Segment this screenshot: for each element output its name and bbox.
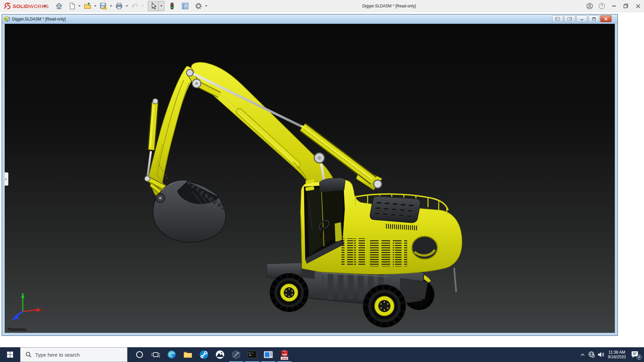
- triad-x-label: X: [43, 308, 45, 312]
- restore-button[interactable]: [620, 0, 632, 12]
- taskbar-cortana-button[interactable]: [131, 347, 148, 362]
- document-titlebar[interactable]: Digger.SLDASM * [Read-only]: [2, 14, 618, 24]
- tray-overflow-chevron[interactable]: [578, 347, 587, 362]
- taskbar-edge-button[interactable]: [164, 347, 180, 362]
- orientation-triad: Y X: [9, 291, 46, 324]
- doc-minimize-button[interactable]: [576, 15, 587, 22]
- pane-left-icon: [555, 17, 560, 20]
- print-dropdown[interactable]: [126, 5, 128, 7]
- bucket-assembly[interactable]: [145, 176, 226, 242]
- tray-network-button[interactable]: [587, 347, 596, 362]
- clock-time: 11:38 AM: [608, 350, 626, 355]
- wrench-circle-icon: [199, 350, 209, 359]
- taskbar-search[interactable]: [20, 347, 127, 362]
- save-icon: [99, 2, 107, 10]
- windows-taskbar: C:\ SW 2020: [0, 347, 644, 362]
- tray-volume-button[interactable]: [596, 347, 606, 362]
- edge-icon: [167, 350, 176, 359]
- new-document-dropdown[interactable]: [78, 5, 80, 7]
- taskbar-task-view-button[interactable]: [148, 347, 164, 362]
- tray-notifications-button[interactable]: 2: [628, 347, 643, 362]
- pane-right-icon: [568, 17, 572, 20]
- open-dropdown[interactable]: [94, 5, 96, 7]
- assembly-document-icon: [4, 16, 10, 22]
- solidworks-logo: SOLIDWORKS: [3, 0, 49, 12]
- search-input[interactable]: [35, 352, 119, 358]
- upper-body[interactable]: [301, 178, 462, 274]
- account-button[interactable]: [584, 0, 596, 12]
- select-tool-button[interactable]: [148, 1, 159, 11]
- traffic-light-icon: [168, 2, 176, 10]
- document-title: Digger.SLDASM * [Read-only]: [12, 17, 66, 21]
- taskbar-file-explorer-button[interactable]: [180, 347, 196, 362]
- front-left-wheel[interactable]: [270, 273, 309, 312]
- undo-dropdown[interactable]: [142, 5, 144, 7]
- front-right-wheel[interactable]: [363, 285, 406, 327]
- doc-restore-button[interactable]: [588, 15, 599, 22]
- home-button[interactable]: [54, 1, 64, 11]
- canvas-frame: Y X *Dimetric: [2, 24, 618, 336]
- print-icon: [115, 2, 123, 10]
- notification-badge: 2: [637, 355, 642, 360]
- doc-close-icon: [604, 17, 608, 21]
- select-tool-dropdown[interactable]: [158, 1, 164, 11]
- new-document-icon: [68, 2, 76, 10]
- restore-icon: [624, 4, 628, 8]
- undo-icon: [131, 2, 139, 10]
- close-button[interactable]: [632, 0, 644, 12]
- search-icon: [25, 351, 32, 358]
- document-window: Digger.SLDASM * [Read-only]: [2, 14, 618, 336]
- task-view-icon: [151, 351, 160, 359]
- minimize-button[interactable]: [608, 0, 620, 12]
- dassault-systemes-logo-icon: [3, 2, 11, 10]
- taskbar-photos-app-button[interactable]: [212, 347, 228, 362]
- options-dropdown[interactable]: [205, 5, 207, 7]
- doc-close-button[interactable]: [600, 15, 611, 22]
- cursor-icon: [149, 2, 157, 10]
- mountain-circle-icon: [215, 350, 225, 359]
- status-light-button[interactable]: [167, 1, 177, 11]
- form-list-icon: [181, 2, 189, 10]
- menu-expand-icon[interactable]: [44, 5, 46, 7]
- sw-icon-year: 2020: [282, 357, 288, 360]
- new-document-button[interactable]: [67, 1, 77, 11]
- taskbar-wrench-app-button[interactable]: [196, 347, 212, 362]
- help-icon: ?: [599, 3, 605, 9]
- start-button[interactable]: [0, 347, 20, 362]
- options-button[interactable]: [193, 1, 204, 11]
- print-button[interactable]: [114, 1, 124, 11]
- system-window-icon: [264, 350, 273, 359]
- save-button[interactable]: [98, 1, 109, 11]
- excavator-model[interactable]: [5, 24, 615, 333]
- quick-access-toolbar: [54, 0, 209, 12]
- home-icon: [55, 2, 63, 10]
- property-list-button[interactable]: [180, 1, 191, 11]
- windows-logo-icon: [7, 352, 13, 358]
- tray-clock[interactable]: 11:38 AM 9/16/2020: [606, 347, 628, 362]
- doc-restore-icon: [592, 17, 596, 20]
- save-dropdown[interactable]: [110, 5, 112, 7]
- minimize-icon: [612, 6, 616, 6]
- taskbar-system-window-button[interactable]: [260, 347, 276, 362]
- doc-pane-left-button[interactable]: [552, 15, 563, 22]
- taskbar-solidworks-button[interactable]: SW 2020: [276, 347, 292, 362]
- panel-splitter-handle[interactable]: [5, 172, 8, 186]
- graphics-viewport[interactable]: Y X *Dimetric: [5, 24, 615, 333]
- help-button[interactable]: ?: [596, 0, 608, 12]
- command-prompt-icon: C:\: [248, 350, 257, 359]
- doc-pane-right-button[interactable]: [564, 15, 575, 22]
- close-icon: [636, 4, 640, 8]
- taskbar-hexagon-app-button[interactable]: [228, 347, 244, 362]
- undo-button[interactable]: [129, 1, 140, 11]
- doc-minimize-icon: [580, 19, 583, 20]
- gear-icon: [195, 2, 203, 10]
- open-button[interactable]: [82, 1, 93, 11]
- solidworks-2020-icon: SW 2020: [279, 349, 289, 360]
- clock-date: 9/16/2020: [608, 355, 626, 359]
- window-title: Digger.SLDASM * [Read-only]: [255, 0, 523, 12]
- taskbar-command-prompt-button[interactable]: C:\: [244, 347, 260, 362]
- cmd-prompt-text: C:\: [249, 352, 253, 355]
- chevron-up-icon: [580, 353, 585, 356]
- account-icon: [586, 3, 593, 9]
- speaker-icon: [597, 351, 605, 358]
